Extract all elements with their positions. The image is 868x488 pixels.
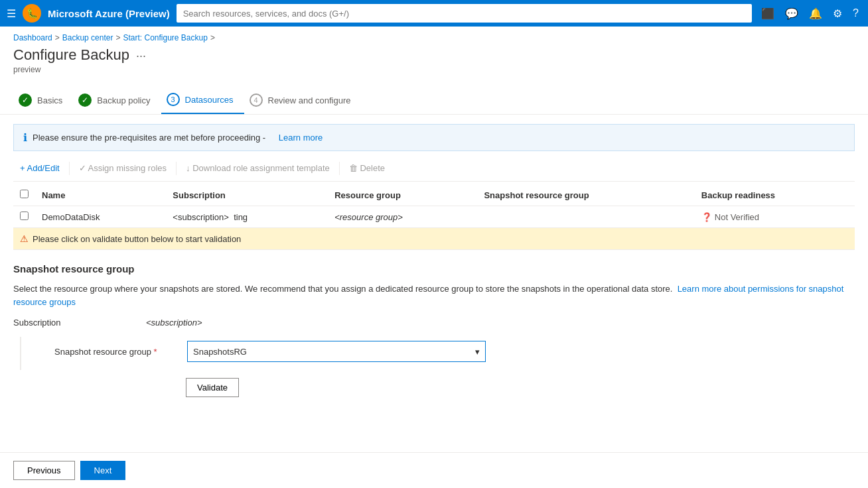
add-edit-button[interactable]: + Add/Edit [13, 160, 66, 176]
snapshot-section-desc: Select the resource group where your sna… [13, 282, 855, 308]
search-input[interactable] [177, 4, 752, 23]
next-button[interactable]: Next [80, 461, 126, 480]
topbar-icons: ⬛ 💬 🔔 ⚙ ? [759, 5, 861, 23]
row-name: DemoDataDisk [35, 206, 166, 228]
col-checkbox [13, 184, 35, 206]
snapshot-rg-label: Snapshot resource group * [54, 347, 187, 357]
step-policy-circle: ✓ [78, 93, 92, 107]
backup-readiness-value: Not Verified [715, 212, 759, 222]
info-banner-link[interactable]: Learn more [279, 133, 323, 143]
hamburger-icon[interactable]: ☰ [7, 7, 16, 20]
page-subtitle: preview [13, 65, 129, 74]
download-template-label: ↓ Download role assignment template [186, 163, 330, 173]
previous-button[interactable]: Previous [13, 461, 75, 480]
row-snapshot-rg [477, 206, 694, 228]
subscription-label: Subscription [13, 318, 146, 328]
datasource-toolbar: + Add/Edit ✓ Assign missing roles ↓ Down… [13, 160, 855, 182]
main-container: Dashboard > Backup center > Start: Confi… [0, 27, 868, 488]
row-checkbox-cell [13, 206, 35, 228]
snapshot-section-title: Snapshot resource group [13, 263, 855, 274]
col-name: Name [35, 184, 166, 206]
breadcrumb-sep-3: > [210, 33, 215, 42]
select-all-checkbox[interactable] [20, 190, 29, 198]
azure-logo: 🐛 [23, 4, 41, 23]
assign-roles-button[interactable]: ✓ Assign missing roles [72, 160, 173, 176]
step-review-circle: 4 [250, 93, 263, 107]
more-options-icon[interactable]: ··· [136, 49, 146, 63]
col-snapshot-rg: Snapshot resource group [477, 184, 694, 206]
row-checkbox[interactable] [20, 212, 29, 220]
step-backup-policy-label: Backup policy [97, 95, 150, 105]
help-icon[interactable]: ? [850, 5, 861, 22]
download-template-button[interactable]: ↓ Download role assignment template [179, 160, 336, 176]
breadcrumb-dashboard[interactable]: Dashboard [13, 33, 52, 42]
snapshot-rg-dropdown[interactable]: SnapshotsRG ▾ [187, 341, 486, 362]
step-datasources-circle: 3 [167, 93, 180, 106]
feedback-icon[interactable]: 💬 [782, 5, 801, 23]
datasource-table: Name Subscription Resource group Snapsho… [13, 184, 855, 250]
validate-button[interactable]: Validate [186, 378, 239, 397]
not-verified-icon: ❓ [701, 212, 712, 222]
col-backup-readiness: Backup readiness [695, 184, 855, 206]
required-indicator: * [154, 347, 157, 357]
validation-warning-text: Please click on validate button below to… [33, 234, 241, 244]
validation-warning-row: ⚠ Please click on validate button below … [13, 228, 855, 250]
subscription-value: <subscription> [146, 318, 202, 328]
cloud-shell-icon[interactable]: ⬛ [759, 5, 777, 23]
breadcrumb-backup-center[interactable]: Backup center [62, 33, 113, 42]
step-backup-policy[interactable]: ✓ Backup policy [73, 88, 161, 113]
row-backup-readiness: ❓ Not Verified [695, 206, 855, 228]
app-title: Microsoft Azure (Preview) [48, 8, 170, 19]
breadcrumb-sep-2: > [115, 33, 120, 42]
col-resource-group: Resource group [328, 184, 477, 206]
settings-icon[interactable]: ⚙ [830, 5, 845, 23]
row-resource-group: <resource group> [328, 206, 477, 228]
steps-container: ✓ Basics ✓ Backup policy 3 Datasources 4… [0, 81, 868, 115]
dropdown-chevron-icon: ▾ [475, 347, 480, 357]
validation-warning-cell: ⚠ Please click on validate button below … [13, 228, 855, 250]
step-basics-label: Basics [37, 95, 62, 105]
step-basics[interactable]: ✓ Basics [13, 88, 73, 113]
step-review-label: Review and configure [268, 95, 351, 105]
toolbar-sep-1 [69, 162, 70, 175]
breadcrumb-sep-1: > [55, 33, 60, 42]
subscription-row: Subscription <subscription> [13, 318, 855, 328]
delete-label: 🗑 Delete [349, 163, 385, 173]
breadcrumb: Dashboard > Backup center > Start: Confi… [0, 27, 868, 46]
toolbar-sep-3 [339, 162, 340, 175]
assign-roles-label: ✓ Assign missing roles [79, 163, 167, 173]
delete-button[interactable]: 🗑 Delete [342, 160, 392, 176]
snapshot-rg-row: Snapshot resource group * SnapshotsRG ▾ [21, 341, 855, 362]
row-subscription: <subscription> ting [166, 206, 328, 228]
content-area: ℹ Please ensure the pre-requisites are m… [0, 115, 868, 452]
page-title: Configure Backup [13, 46, 129, 64]
breadcrumb-configure-backup[interactable]: Start: Configure Backup [123, 33, 207, 42]
info-icon: ℹ [23, 131, 27, 144]
info-banner-text: Please ensure the pre-requisites are met… [33, 133, 265, 143]
step-basics-circle: ✓ [19, 93, 32, 107]
toolbar-sep-2 [176, 162, 177, 175]
warning-icon: ⚠ [20, 233, 29, 244]
table-row: DemoDataDisk <subscription> ting <resour… [13, 206, 855, 228]
step-datasources[interactable]: 3 Datasources [161, 88, 244, 114]
snapshot-rg-value: SnapshotsRG [193, 347, 247, 357]
page-header: Configure Backup preview ··· [0, 46, 868, 81]
notifications-icon[interactable]: 🔔 [806, 5, 825, 23]
step-datasources-label: Datasources [185, 95, 234, 105]
col-subscription: Subscription [166, 184, 328, 206]
snapshot-section: Snapshot resource group Select the resou… [13, 250, 855, 404]
topbar: ☰ 🐛 Microsoft Azure (Preview) ⬛ 💬 🔔 ⚙ ? [0, 0, 868, 27]
info-banner: ℹ Please ensure the pre-requisites are m… [13, 124, 855, 151]
footer: Previous Next [0, 452, 868, 488]
step-review[interactable]: 4 Review and configure [244, 88, 362, 113]
